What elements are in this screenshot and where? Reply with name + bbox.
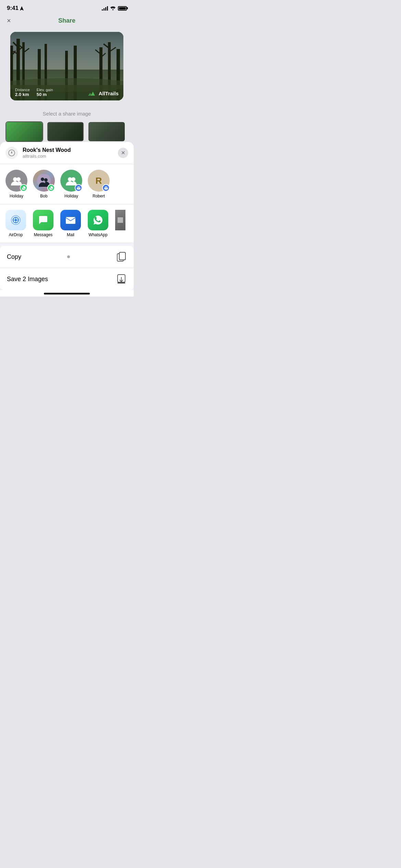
status-time: 9:41 bbox=[7, 5, 24, 12]
signal-badge-holiday bbox=[75, 184, 82, 192]
home-indicator bbox=[0, 290, 134, 297]
home-bar bbox=[44, 293, 90, 294]
share-header: × Share bbox=[0, 14, 134, 28]
apps-section: AirDrop Messages Mail bbox=[0, 204, 134, 243]
app-name-whatsapp: WhatsApp bbox=[88, 232, 107, 237]
status-icons bbox=[102, 6, 127, 11]
signal-badge-robert bbox=[102, 184, 110, 192]
svg-point-28 bbox=[44, 178, 48, 182]
save-label: Save 2 Images bbox=[7, 276, 48, 283]
apps-row: AirDrop Messages Mail bbox=[0, 204, 134, 243]
link-title: Rook's Nest Wood bbox=[23, 147, 113, 153]
thumbnail-1[interactable] bbox=[5, 121, 43, 142]
svg-point-30 bbox=[71, 177, 75, 181]
group-icon-2 bbox=[66, 176, 77, 185]
thumbnail-row[interactable] bbox=[0, 121, 134, 142]
contact-bob[interactable]: Bob bbox=[33, 170, 55, 198]
drag-indicator bbox=[67, 255, 70, 258]
contact-holiday-1[interactable]: Holiday bbox=[5, 170, 27, 198]
contact-name-robert: Robert bbox=[93, 194, 105, 198]
contact-avatar-robert: R bbox=[88, 170, 110, 192]
trail-stats: Distance 2.0 km Elev. gain 50 m bbox=[15, 88, 53, 97]
app-name-mail: Mail bbox=[67, 232, 74, 237]
link-preview-close-button[interactable]: ✕ bbox=[118, 148, 128, 158]
copy-label: Copy bbox=[7, 253, 21, 261]
svg-point-27 bbox=[41, 178, 44, 181]
partial-app-icon bbox=[115, 210, 125, 230]
app-airdrop[interactable]: AirDrop bbox=[5, 210, 26, 237]
trail-distance: Distance 2.0 km bbox=[15, 88, 30, 97]
status-bar: 9:41 bbox=[0, 0, 134, 14]
thumbnail-3[interactable] bbox=[88, 121, 125, 142]
app-partial[interactable] bbox=[115, 210, 125, 237]
signal-icon bbox=[102, 6, 108, 11]
messages-icon bbox=[33, 210, 53, 230]
alltrails-logo: AllTrails bbox=[88, 89, 119, 97]
link-preview-info: Rook's Nest Wood alltrails.com bbox=[23, 147, 113, 159]
wifi-icon bbox=[110, 6, 116, 11]
whatsapp-icon bbox=[88, 210, 108, 230]
alltrails-mountain-icon bbox=[88, 89, 97, 97]
share-sheet: Rook's Nest Wood alltrails.com ✕ bbox=[0, 142, 134, 297]
app-name-messages: Messages bbox=[34, 232, 53, 237]
svg-rect-33 bbox=[66, 217, 75, 224]
contact-robert[interactable]: R Robert bbox=[88, 170, 110, 198]
airdrop-icon bbox=[5, 210, 26, 230]
contact-name-bob: Bob bbox=[40, 194, 47, 198]
mail-icon bbox=[60, 210, 81, 230]
thumbnail-2[interactable] bbox=[47, 121, 84, 142]
trail-elevation: Elev. gain 50 m bbox=[37, 88, 53, 97]
link-preview: Rook's Nest Wood alltrails.com ✕ bbox=[0, 142, 134, 164]
contact-name-holiday-1: Holiday bbox=[10, 194, 23, 198]
select-image-label: Select a share image bbox=[0, 107, 134, 121]
trail-image-section: Distance 2.0 km Elev. gain 50 m AllTrail… bbox=[0, 28, 134, 107]
compass-icon bbox=[5, 147, 18, 159]
whatsapp-badge bbox=[20, 184, 27, 192]
app-messages[interactable]: Messages bbox=[33, 210, 53, 237]
trail-card: Distance 2.0 km Elev. gain 50 m AllTrail… bbox=[10, 32, 123, 100]
save-icon bbox=[116, 274, 127, 285]
page-title: Share bbox=[58, 17, 75, 24]
contact-name-holiday-2: Holiday bbox=[64, 194, 78, 198]
contact-avatar-holiday-1 bbox=[5, 170, 27, 192]
save-images-action[interactable]: Save 2 Images bbox=[0, 268, 134, 290]
contact-holiday-2[interactable]: Holiday bbox=[60, 170, 82, 198]
contact-avatar-bob bbox=[33, 170, 55, 192]
app-mail[interactable]: Mail bbox=[60, 210, 81, 237]
whatsapp-badge-bob bbox=[47, 184, 55, 192]
link-url: alltrails.com bbox=[23, 154, 113, 159]
location-arrow-icon bbox=[20, 6, 24, 11]
contact-avatar-holiday-2 bbox=[60, 170, 82, 192]
time-display: 9:41 bbox=[7, 5, 19, 12]
app-whatsapp[interactable]: WhatsApp bbox=[88, 210, 108, 237]
actions-section: Copy Save 2 Images bbox=[0, 246, 134, 290]
contacts-row: Holiday bbox=[0, 164, 134, 204]
copy-icon bbox=[116, 251, 127, 262]
svg-point-25 bbox=[16, 177, 21, 181]
trail-overlay: Distance 2.0 km Elev. gain 50 m AllTrail… bbox=[10, 84, 123, 100]
svg-rect-35 bbox=[119, 252, 125, 260]
group-icon bbox=[11, 176, 22, 185]
battery-icon bbox=[118, 6, 127, 11]
close-button[interactable]: × bbox=[7, 17, 11, 25]
app-name-airdrop: AirDrop bbox=[9, 232, 23, 237]
copy-action[interactable]: Copy bbox=[0, 246, 134, 268]
